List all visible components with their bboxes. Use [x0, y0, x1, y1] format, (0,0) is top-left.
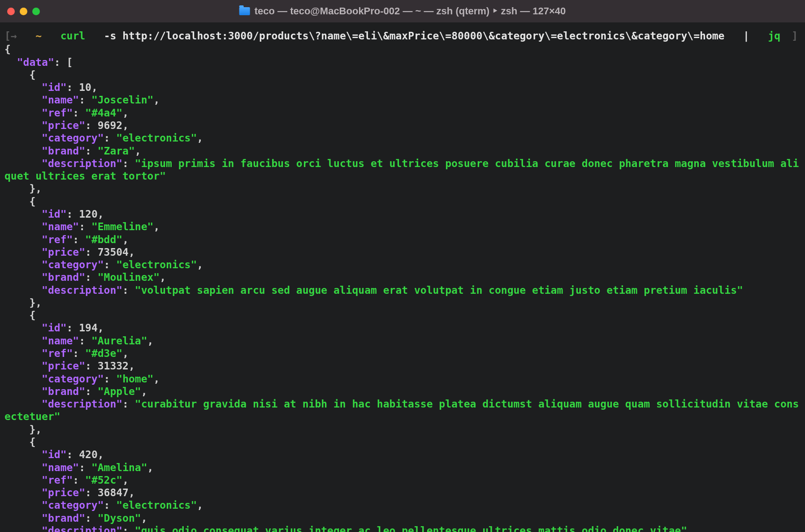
minimize-icon[interactable] [20, 8, 27, 15]
window-title: teco — teco@MacBookPro-002 — ~ — zsh (qt… [239, 5, 566, 17]
folder-icon [239, 7, 250, 15]
close-icon[interactable] [7, 8, 15, 15]
prompt-right-bracket: ] [792, 30, 801, 42]
terminal-area[interactable]: [→ ~ curl -s http://localhost:3000/produ… [0, 22, 805, 532]
prompt-left-bracket: [ [4, 30, 11, 42]
window-title-text: teco — teco@MacBookPro-002 — ~ — zsh (qt… [255, 5, 566, 17]
command-curl: curl [61, 30, 85, 42]
json-output: { "data": [ { "id": 10, "name": "Josceli… [4, 43, 801, 532]
prompt-arrow: → [11, 30, 17, 42]
zoom-icon[interactable] [32, 8, 40, 15]
prompt-line: [→ ~ curl -s http://localhost:3000/produ… [4, 30, 801, 42]
pipe-symbol: | [743, 30, 749, 42]
prompt-cwd: ~ [35, 30, 42, 42]
traffic-lights [7, 8, 40, 15]
command-args: -s http://localhost:3000/products\?name\… [104, 30, 725, 42]
window-titlebar: teco — teco@MacBookPro-002 — ~ — zsh (qt… [0, 0, 805, 22]
command-jq: jq [768, 30, 780, 42]
